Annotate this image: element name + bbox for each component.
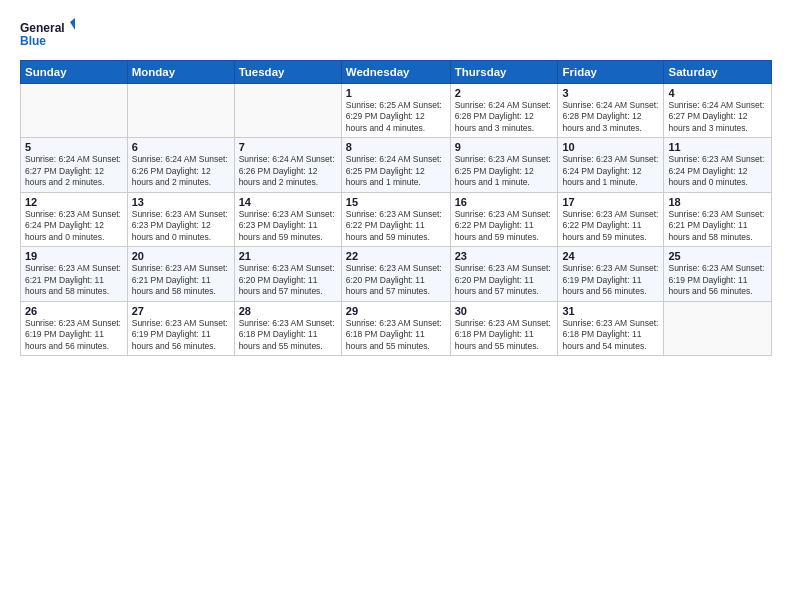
day-number: 31 bbox=[562, 305, 659, 317]
day-number: 1 bbox=[346, 87, 446, 99]
day-number: 16 bbox=[455, 196, 554, 208]
calendar-cell bbox=[664, 301, 772, 355]
calendar-header-row: SundayMondayTuesdayWednesdayThursdayFrid… bbox=[21, 61, 772, 84]
day-info: Sunrise: 6:23 AM Sunset: 6:20 PM Dayligh… bbox=[239, 263, 337, 297]
calendar-cell: 20Sunrise: 6:23 AM Sunset: 6:21 PM Dayli… bbox=[127, 247, 234, 301]
day-number: 7 bbox=[239, 141, 337, 153]
calendar-cell: 19Sunrise: 6:23 AM Sunset: 6:21 PM Dayli… bbox=[21, 247, 128, 301]
day-number: 25 bbox=[668, 250, 767, 262]
day-number: 23 bbox=[455, 250, 554, 262]
calendar-cell: 9Sunrise: 6:23 AM Sunset: 6:25 PM Daylig… bbox=[450, 138, 558, 192]
calendar-cell: 18Sunrise: 6:23 AM Sunset: 6:21 PM Dayli… bbox=[664, 192, 772, 246]
calendar-cell: 25Sunrise: 6:23 AM Sunset: 6:19 PM Dayli… bbox=[664, 247, 772, 301]
day-info: Sunrise: 6:23 AM Sunset: 6:25 PM Dayligh… bbox=[455, 154, 554, 188]
day-number: 10 bbox=[562, 141, 659, 153]
day-number: 20 bbox=[132, 250, 230, 262]
calendar-cell: 5Sunrise: 6:24 AM Sunset: 6:27 PM Daylig… bbox=[21, 138, 128, 192]
calendar-cell: 23Sunrise: 6:23 AM Sunset: 6:20 PM Dayli… bbox=[450, 247, 558, 301]
day-info: Sunrise: 6:23 AM Sunset: 6:23 PM Dayligh… bbox=[239, 209, 337, 243]
day-number: 4 bbox=[668, 87, 767, 99]
day-info: Sunrise: 6:23 AM Sunset: 6:20 PM Dayligh… bbox=[346, 263, 446, 297]
day-number: 27 bbox=[132, 305, 230, 317]
day-number: 14 bbox=[239, 196, 337, 208]
calendar-week-4: 19Sunrise: 6:23 AM Sunset: 6:21 PM Dayli… bbox=[21, 247, 772, 301]
calendar-table: SundayMondayTuesdayWednesdayThursdayFrid… bbox=[20, 60, 772, 356]
day-info: Sunrise: 6:23 AM Sunset: 6:21 PM Dayligh… bbox=[668, 209, 767, 243]
day-info: Sunrise: 6:25 AM Sunset: 6:29 PM Dayligh… bbox=[346, 100, 446, 134]
day-info: Sunrise: 6:23 AM Sunset: 6:19 PM Dayligh… bbox=[25, 318, 123, 352]
calendar-week-2: 5Sunrise: 6:24 AM Sunset: 6:27 PM Daylig… bbox=[21, 138, 772, 192]
calendar-cell: 13Sunrise: 6:23 AM Sunset: 6:23 PM Dayli… bbox=[127, 192, 234, 246]
calendar-week-3: 12Sunrise: 6:23 AM Sunset: 6:24 PM Dayli… bbox=[21, 192, 772, 246]
calendar-cell: 1Sunrise: 6:25 AM Sunset: 6:29 PM Daylig… bbox=[341, 84, 450, 138]
day-number: 12 bbox=[25, 196, 123, 208]
calendar-cell: 12Sunrise: 6:23 AM Sunset: 6:24 PM Dayli… bbox=[21, 192, 128, 246]
calendar-cell: 14Sunrise: 6:23 AM Sunset: 6:23 PM Dayli… bbox=[234, 192, 341, 246]
calendar-cell: 24Sunrise: 6:23 AM Sunset: 6:19 PM Dayli… bbox=[558, 247, 664, 301]
day-number: 11 bbox=[668, 141, 767, 153]
day-info: Sunrise: 6:23 AM Sunset: 6:19 PM Dayligh… bbox=[668, 263, 767, 297]
column-header-tuesday: Tuesday bbox=[234, 61, 341, 84]
page-header: General Blue bbox=[20, 18, 772, 50]
day-info: Sunrise: 6:24 AM Sunset: 6:27 PM Dayligh… bbox=[668, 100, 767, 134]
calendar-cell: 4Sunrise: 6:24 AM Sunset: 6:27 PM Daylig… bbox=[664, 84, 772, 138]
day-number: 22 bbox=[346, 250, 446, 262]
svg-text:Blue: Blue bbox=[20, 34, 46, 48]
calendar-cell: 10Sunrise: 6:23 AM Sunset: 6:24 PM Dayli… bbox=[558, 138, 664, 192]
day-number: 28 bbox=[239, 305, 337, 317]
calendar-cell bbox=[127, 84, 234, 138]
calendar-week-5: 26Sunrise: 6:23 AM Sunset: 6:19 PM Dayli… bbox=[21, 301, 772, 355]
day-number: 17 bbox=[562, 196, 659, 208]
day-info: Sunrise: 6:23 AM Sunset: 6:22 PM Dayligh… bbox=[346, 209, 446, 243]
calendar-cell: 31Sunrise: 6:23 AM Sunset: 6:18 PM Dayli… bbox=[558, 301, 664, 355]
day-number: 8 bbox=[346, 141, 446, 153]
calendar-cell: 6Sunrise: 6:24 AM Sunset: 6:26 PM Daylig… bbox=[127, 138, 234, 192]
column-header-sunday: Sunday bbox=[21, 61, 128, 84]
calendar-cell: 26Sunrise: 6:23 AM Sunset: 6:19 PM Dayli… bbox=[21, 301, 128, 355]
day-info: Sunrise: 6:24 AM Sunset: 6:26 PM Dayligh… bbox=[239, 154, 337, 188]
day-info: Sunrise: 6:23 AM Sunset: 6:21 PM Dayligh… bbox=[132, 263, 230, 297]
day-info: Sunrise: 6:23 AM Sunset: 6:24 PM Dayligh… bbox=[25, 209, 123, 243]
day-number: 6 bbox=[132, 141, 230, 153]
day-info: Sunrise: 6:24 AM Sunset: 6:26 PM Dayligh… bbox=[132, 154, 230, 188]
calendar-cell: 21Sunrise: 6:23 AM Sunset: 6:20 PM Dayli… bbox=[234, 247, 341, 301]
day-number: 29 bbox=[346, 305, 446, 317]
calendar-cell: 22Sunrise: 6:23 AM Sunset: 6:20 PM Dayli… bbox=[341, 247, 450, 301]
calendar-cell: 27Sunrise: 6:23 AM Sunset: 6:19 PM Dayli… bbox=[127, 301, 234, 355]
day-info: Sunrise: 6:24 AM Sunset: 6:28 PM Dayligh… bbox=[455, 100, 554, 134]
day-number: 18 bbox=[668, 196, 767, 208]
day-info: Sunrise: 6:24 AM Sunset: 6:25 PM Dayligh… bbox=[346, 154, 446, 188]
day-info: Sunrise: 6:23 AM Sunset: 6:18 PM Dayligh… bbox=[239, 318, 337, 352]
calendar-cell: 7Sunrise: 6:24 AM Sunset: 6:26 PM Daylig… bbox=[234, 138, 341, 192]
day-info: Sunrise: 6:23 AM Sunset: 6:18 PM Dayligh… bbox=[455, 318, 554, 352]
day-number: 24 bbox=[562, 250, 659, 262]
column-header-monday: Monday bbox=[127, 61, 234, 84]
day-number: 5 bbox=[25, 141, 123, 153]
day-info: Sunrise: 6:23 AM Sunset: 6:18 PM Dayligh… bbox=[346, 318, 446, 352]
calendar-cell: 2Sunrise: 6:24 AM Sunset: 6:28 PM Daylig… bbox=[450, 84, 558, 138]
day-info: Sunrise: 6:23 AM Sunset: 6:21 PM Dayligh… bbox=[25, 263, 123, 297]
day-number: 26 bbox=[25, 305, 123, 317]
calendar-cell: 17Sunrise: 6:23 AM Sunset: 6:22 PM Dayli… bbox=[558, 192, 664, 246]
calendar-cell: 3Sunrise: 6:24 AM Sunset: 6:28 PM Daylig… bbox=[558, 84, 664, 138]
day-number: 21 bbox=[239, 250, 337, 262]
column-header-wednesday: Wednesday bbox=[341, 61, 450, 84]
day-number: 15 bbox=[346, 196, 446, 208]
calendar-cell: 28Sunrise: 6:23 AM Sunset: 6:18 PM Dayli… bbox=[234, 301, 341, 355]
calendar-cell bbox=[234, 84, 341, 138]
calendar-cell: 15Sunrise: 6:23 AM Sunset: 6:22 PM Dayli… bbox=[341, 192, 450, 246]
calendar-cell: 8Sunrise: 6:24 AM Sunset: 6:25 PM Daylig… bbox=[341, 138, 450, 192]
day-number: 19 bbox=[25, 250, 123, 262]
day-number: 13 bbox=[132, 196, 230, 208]
day-info: Sunrise: 6:23 AM Sunset: 6:24 PM Dayligh… bbox=[668, 154, 767, 188]
column-header-thursday: Thursday bbox=[450, 61, 558, 84]
day-number: 3 bbox=[562, 87, 659, 99]
logo-svg: General Blue bbox=[20, 18, 75, 50]
day-info: Sunrise: 6:23 AM Sunset: 6:19 PM Dayligh… bbox=[132, 318, 230, 352]
column-header-friday: Friday bbox=[558, 61, 664, 84]
logo: General Blue bbox=[20, 18, 75, 50]
calendar-week-1: 1Sunrise: 6:25 AM Sunset: 6:29 PM Daylig… bbox=[21, 84, 772, 138]
calendar-cell: 11Sunrise: 6:23 AM Sunset: 6:24 PM Dayli… bbox=[664, 138, 772, 192]
svg-text:General: General bbox=[20, 21, 65, 35]
calendar-cell: 16Sunrise: 6:23 AM Sunset: 6:22 PM Dayli… bbox=[450, 192, 558, 246]
